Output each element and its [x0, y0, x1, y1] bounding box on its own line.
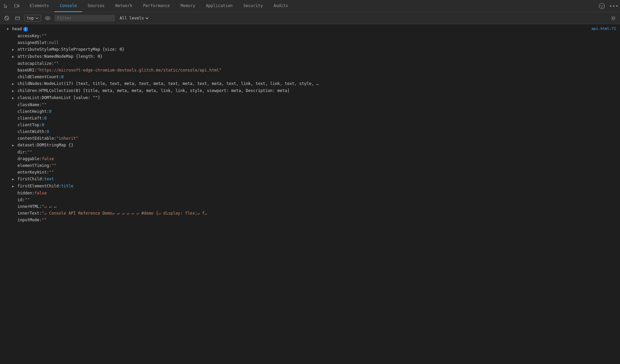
- prop-value: null: [49, 40, 59, 46]
- prop-key: clientLeft: [17, 115, 42, 121]
- prop-sep: :: [35, 142, 37, 148]
- prop-sep: :: [51, 60, 54, 66]
- tree-row[interactable]: clientWidth: 0: [0, 128, 620, 135]
- tree-row[interactable]: childElementCount: 8: [0, 74, 620, 80]
- prop-key: baseURI: [17, 67, 35, 73]
- tab-sources[interactable]: Sources: [82, 0, 110, 12]
- eye-icon[interactable]: [44, 14, 52, 22]
- tree-row[interactable]: clientLeft: 0: [0, 115, 620, 122]
- clear-messages-button[interactable]: [13, 14, 22, 22]
- more-icon[interactable]: •••: [609, 1, 619, 11]
- tree-row[interactable]: inputMode: "": [0, 217, 620, 223]
- tree-row[interactable]: dataset: DOMStringMap {}: [0, 142, 620, 149]
- tree-row[interactable]: attributeStyleMap: StylePropertyMap {siz…: [0, 46, 620, 53]
- prop-sep: :: [25, 149, 27, 155]
- svg-rect-7: [15, 17, 20, 20]
- tree-row[interactable]: elementTiming: "": [0, 162, 620, 169]
- prop-sep: :: [39, 217, 42, 223]
- tree-row[interactable]: attributes: NamedNodeMap {length: 0}: [0, 53, 620, 60]
- prop-sep: :: [42, 176, 44, 182]
- svg-point-4: [603, 5, 603, 6]
- clear-console-button[interactable]: [3, 14, 11, 22]
- cursor-icon[interactable]: [1, 1, 11, 11]
- prop-sep: :: [47, 40, 49, 46]
- expand-arrow[interactable]: [12, 183, 16, 189]
- tab-network[interactable]: Network: [110, 0, 138, 12]
- tree-row[interactable]: dir: "": [0, 149, 620, 155]
- prop-sep: :: [59, 74, 61, 80]
- feedback-icon[interactable]: [597, 1, 607, 11]
- expand-arrow[interactable]: [12, 81, 16, 87]
- tree-row[interactable]: clientHeight: 0: [0, 108, 620, 115]
- tree-row[interactable]: innerText: "↵ Console API Reference Demo…: [0, 210, 620, 217]
- prop-key: draggable: [17, 156, 39, 162]
- head-row[interactable]: head i api.html:71: [0, 26, 620, 33]
- tab-performance[interactable]: Performance: [138, 0, 175, 12]
- tab-console[interactable]: Console: [54, 0, 82, 12]
- svg-point-2: [599, 3, 605, 9]
- prop-sep: :: [39, 156, 42, 162]
- tree-row[interactable]: className: "": [0, 101, 620, 108]
- tree-row[interactable]: assignedSlot: null: [0, 39, 620, 46]
- tree-row[interactable]: childNodes: NodeList(17) [text, title, t…: [0, 80, 620, 87]
- prop-value: text: [44, 176, 54, 182]
- prop-value: "": [49, 169, 54, 175]
- tab-audits[interactable]: Audits: [268, 0, 294, 12]
- head-expand-arrow[interactable]: [7, 26, 11, 32]
- prop-key: autocapitalize: [17, 60, 51, 66]
- settings-button[interactable]: [609, 14, 617, 22]
- prop-value: "": [27, 149, 32, 155]
- expand-arrow[interactable]: [12, 88, 16, 94]
- svg-point-10: [47, 17, 48, 19]
- expand-arrow[interactable]: [12, 95, 16, 101]
- tree-row[interactable]: firstElementChild: title: [0, 183, 620, 190]
- tree-row[interactable]: firstChild: text: [0, 176, 620, 183]
- prop-value: "": [54, 60, 59, 66]
- prop-value: "inherit": [56, 135, 78, 141]
- tree-row[interactable]: autocapitalize: "": [0, 60, 620, 67]
- prop-key: dir: [17, 149, 25, 155]
- levels-dropdown[interactable]: All levels: [118, 15, 151, 21]
- prop-value: "": [42, 33, 46, 39]
- expand-arrow[interactable]: [12, 142, 16, 148]
- tree-row[interactable]: enterKeyHint: "": [0, 169, 620, 176]
- tree-row[interactable]: clientTop: 0: [0, 122, 620, 128]
- context-value: top: [27, 16, 34, 20]
- svg-line-6: [5, 17, 8, 19]
- tab-elements[interactable]: Elements: [24, 0, 54, 12]
- tree-row[interactable]: baseURI: "https://microsoft-edge-chromiu…: [0, 67, 620, 74]
- prop-key: elementTiming: [17, 163, 49, 169]
- svg-point-3: [600, 5, 601, 6]
- filter-input[interactable]: [54, 15, 115, 21]
- context-selector[interactable]: top: [24, 15, 41, 21]
- prop-sep: :: [32, 190, 34, 196]
- console-toolbar: top All levels: [0, 12, 620, 24]
- tree-row[interactable]: accessKey: "": [0, 33, 620, 39]
- tab-security[interactable]: Security: [238, 0, 268, 12]
- prop-key: id: [17, 197, 22, 203]
- expand-arrow[interactable]: [12, 47, 16, 53]
- tree-row[interactable]: contentEditable: "inherit": [0, 135, 620, 142]
- nav-icons: [1, 1, 22, 11]
- prop-sep: :: [59, 46, 61, 52]
- expand-arrow[interactable]: [12, 176, 16, 182]
- prop-sep: :: [39, 122, 42, 128]
- prop-key: accessKey: [17, 33, 39, 39]
- tab-memory[interactable]: Memory: [175, 0, 200, 12]
- expand-arrow[interactable]: [12, 54, 16, 60]
- console-output[interactable]: head i api.html:71 accessKey: ""assigned…: [0, 24, 620, 364]
- prop-value: "": [42, 102, 46, 108]
- tab-application[interactable]: Application: [200, 0, 238, 12]
- tree-row[interactable]: children: HTMLCollection(8) [title, meta…: [0, 87, 620, 94]
- tree-row[interactable]: classList: DOMTokenList [value: ""]: [0, 94, 620, 101]
- tree-row[interactable]: hidden: false: [0, 190, 620, 196]
- svg-rect-0: [14, 4, 18, 7]
- tree-row[interactable]: innerHTML: "↵ Console API Reference Demo…: [0, 203, 620, 210]
- tree-row[interactable]: draggable: false: [0, 155, 620, 162]
- device-icon[interactable]: [12, 1, 22, 11]
- prop-sep: :: [54, 135, 56, 141]
- tree-row[interactable]: id: "": [0, 196, 620, 203]
- prop-sep: :: [42, 115, 44, 121]
- levels-chevron-icon: [145, 17, 149, 19]
- source-link[interactable]: api.html:71: [591, 26, 616, 32]
